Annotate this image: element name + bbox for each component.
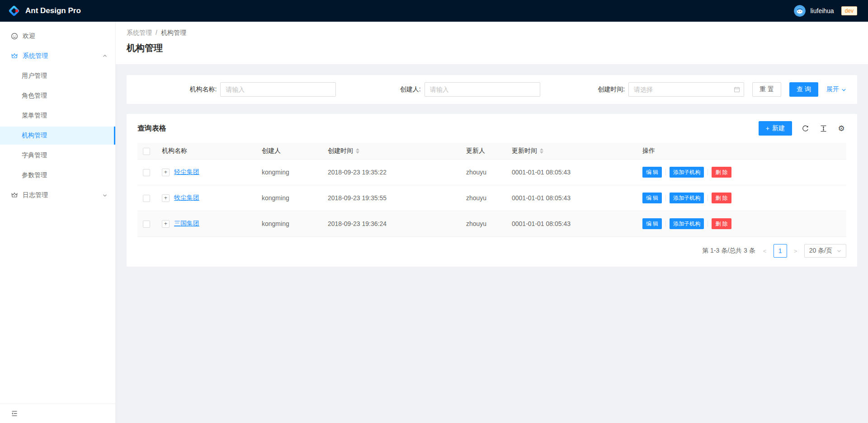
delete-button[interactable]: 删 除 [712,167,731,178]
user-menu[interactable]: liufeihua dev [794,5,857,17]
edit-button[interactable]: 编 辑 [642,167,662,178]
table-toolbar: 查询表格 + 新建 [127,114,857,143]
cell-update-time: 0001-01-01 08:05:43 [505,211,635,237]
org-name-link[interactable]: 轻尘集团 [174,168,199,176]
sidebar-item-label: 欢迎 [23,32,35,40]
delete-button[interactable]: 删 除 [712,193,731,203]
table-row: + 轻尘集团 kongming 2018-09-23 19:35:22 zhou… [137,160,846,185]
add-child-org-button[interactable]: 添加子机构 [670,193,704,203]
sort-carets-icon [540,148,543,154]
sidebar-item-user-mgmt[interactable]: 用户管理 [0,67,115,85]
sidebar-item-role-mgmt[interactable]: 角色管理 [0,87,115,105]
sidebar-item-label: 参数管理 [22,171,47,179]
table-row: + 牧尘集团 kongming 2018-09-23 19:35:55 zhou… [137,185,846,211]
breadcrumb-separator: / [156,29,157,36]
row-checkbox[interactable] [143,169,150,176]
delete-button[interactable]: 删 除 [712,218,731,229]
col-updater: 更新人 [459,143,505,160]
reload-icon[interactable] [800,123,810,133]
field-creator: 创建人: [341,82,545,97]
sidebar-item-menu-mgmt[interactable]: 菜单管理 [0,107,115,125]
org-name-label: 机构名称: [189,85,217,94]
col-update-time: 更新时间 [505,143,635,160]
sidebar-item-label: 字典管理 [22,151,47,160]
table-title: 查询表格 [137,124,166,133]
create-time-label: 创建时间: [598,85,625,94]
menu-fold-icon [11,410,18,417]
cell-creator: kongming [255,211,321,237]
sidebar-collapse-trigger[interactable] [0,404,115,423]
edit-button[interactable]: 编 辑 [642,193,662,203]
search-form-card: 机构名称: 创建人: 创建时间: [127,75,857,104]
edit-button[interactable]: 编 辑 [642,218,662,229]
cell-creator: kongming [255,185,321,211]
expand-label: 展开 [826,85,839,94]
sidebar-item-label: 机构管理 [22,132,47,140]
divider [665,169,666,175]
cell-create-time: 2018-09-23 19:35:55 [321,185,459,211]
query-button[interactable]: 查 询 [789,82,818,97]
content: 机构名称: 创建人: 创建时间: [116,64,868,423]
cell-create-time: 2018-09-23 19:36:24 [321,211,459,237]
sidebar-group-logs[interactable]: 日志管理 [0,186,115,204]
page-number-1[interactable]: 1 [774,244,787,258]
row-checkbox[interactable] [143,195,150,202]
update-time-sorter[interactable]: 更新时间 [512,147,543,155]
plus-icon: + [766,125,769,132]
sidebar-item-param-mgmt[interactable]: 参数管理 [0,166,115,184]
cell-updater: zhouyu [459,160,505,185]
breadcrumb-current: 机构管理 [161,29,186,36]
divider [708,221,708,227]
sidebar-item-org-mgmt[interactable]: 机构管理 [0,127,115,145]
username[interactable]: liufeihua [810,7,834,14]
chevron-up-icon [103,54,107,58]
cell-creator: kongming [255,160,321,185]
column-height-icon[interactable] [818,123,828,133]
sidebar-group-label: 系统管理 [23,52,48,60]
col-create-time: 创建时间 [321,143,459,160]
sidebar-item-welcome[interactable]: 欢迎 [0,27,115,45]
app-logo[interactable]: Ant Design Pro [7,4,81,18]
page-title: 机构管理 [127,42,857,54]
sort-carets-icon [356,148,359,154]
org-table: 机构名称 创建人 创建时间 更新人 更新时 [137,143,846,237]
create-time-picker[interactable] [628,82,744,97]
row-checkbox[interactable] [143,221,150,228]
select-all-checkbox[interactable] [143,148,150,155]
page-size-value: 20 条/页 [809,247,832,255]
expand-row-button[interactable]: + [162,220,170,228]
next-page-button[interactable]: > [792,248,800,254]
creator-label: 创建人: [400,85,421,94]
org-name-input[interactable] [220,82,336,97]
expand-row-button[interactable]: + [162,194,170,202]
col-creator: 创建人 [255,143,321,160]
cell-updater: zhouyu [459,211,505,237]
page-size-select[interactable]: 20 条/页 [804,244,846,258]
create-time-sorter[interactable]: 创建时间 [328,147,359,155]
new-button-label: 新建 [772,124,785,132]
add-child-org-button[interactable]: 添加子机构 [670,167,704,178]
gear-icon[interactable]: ⚙ [836,123,846,133]
top-header: Ant Design Pro liufeihua dev [0,0,868,22]
prev-page-button[interactable]: < [761,248,769,254]
sidebar: 欢迎 系统管理 用户管理 角色管理 [0,22,116,423]
add-child-org-button[interactable]: 添加子机构 [670,218,704,229]
expand-row-button[interactable]: + [162,169,170,176]
app-title: Ant Design Pro [25,6,81,15]
reset-button[interactable]: 重 置 [752,82,781,97]
pagination: 第 1-3 条/总共 3 条 < 1 > 20 条/页 [127,237,857,267]
breadcrumb-root[interactable]: 系统管理 [127,29,152,36]
creator-input[interactable] [425,82,540,97]
divider [665,221,666,227]
expand-toggle[interactable]: 展开 [826,85,846,94]
org-name-link[interactable]: 牧尘集团 [174,194,199,202]
divider [665,195,666,201]
org-name-link[interactable]: 三国集团 [174,220,199,228]
sidebar-item-dict-mgmt[interactable]: 字典管理 [0,146,115,164]
new-button[interactable]: + 新建 [759,121,792,136]
avatar[interactable] [794,5,806,17]
field-org-name: 机构名称: [137,82,341,97]
toolbar-actions: + 新建 [759,121,846,136]
divider [708,169,708,175]
sidebar-group-system[interactable]: 系统管理 [0,47,115,65]
